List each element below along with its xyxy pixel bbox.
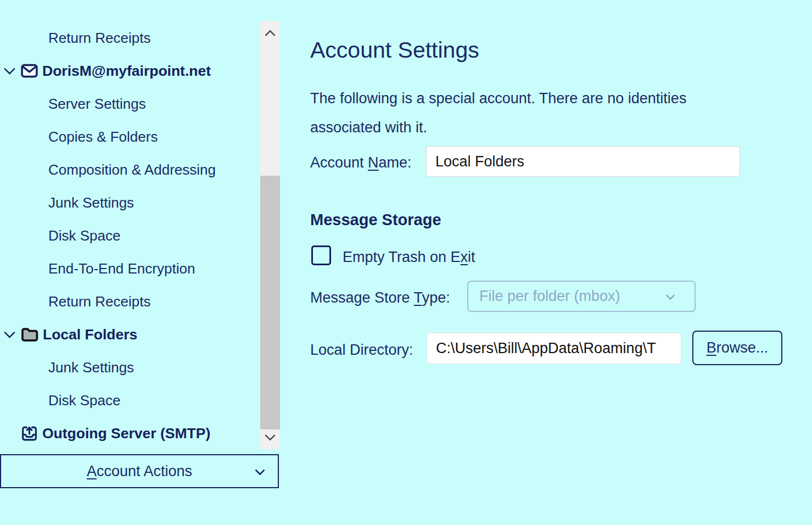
scrollbar-thumb[interactable] [260,176,280,429]
outgoing-server-icon [21,425,38,442]
sidebar-item-outgoing-server-smtp[interactable]: Outgoing Server (SMTP) [0,417,260,450]
account-actions-label: Account Actions [87,463,192,480]
mail-icon [21,64,38,78]
chevron-down-icon[interactable] [4,327,15,338]
sidebar-item-label: Disk Space [48,227,121,244]
empty-trash-checkbox[interactable] [311,245,331,265]
account-settings-panel: Account Settings The following is a spec… [280,0,812,525]
sidebar-item-label: Junk Settings [48,359,134,376]
chevron-up-icon [265,30,276,41]
sidebar-item-e2e-encryption[interactable]: End-To-End Encryption [0,252,260,285]
account-tree-sidebar: Return Receipts DorisM@myfairpoint.net S… [0,0,280,525]
sidebar-item-composition-addressing[interactable]: Composition & Addressing [0,153,260,186]
sidebar-item-return-receipts-prev[interactable]: Return Receipts [0,21,260,54]
message-store-type-select: File per folder (mbox) [467,281,696,312]
sidebar-item-disk-space[interactable]: Disk Space [0,219,260,252]
browse-button[interactable]: Browse... [692,331,782,365]
sidebar-scrollbar[interactable] [260,21,280,449]
sidebar-item-label: End-To-End Encryption [48,260,195,277]
account-tree: Return Receipts DorisM@myfairpoint.net S… [0,21,260,450]
account-name-input[interactable] [426,146,740,177]
message-store-type-label: Message Store Type: [310,289,450,306]
sidebar-item-label: Local Folders [43,326,137,343]
special-account-description-continued: associated with it. [310,119,427,136]
special-account-description: The following is a special account. Ther… [310,90,686,107]
scrollbar-down-arrow[interactable] [260,428,280,445]
sidebar-item-local-junk-settings[interactable]: Junk Settings [0,351,260,384]
account-name-label: Account Name: [310,154,412,171]
message-storage-heading: Message Storage [310,211,441,229]
sidebar-item-local-folders[interactable]: Local Folders [0,318,260,351]
sidebar-item-label: Copies & Folders [48,129,158,146]
sidebar-item-copies-folders[interactable]: Copies & Folders [0,120,260,153]
sidebar-item-server-settings[interactable]: Server Settings [0,87,260,120]
sidebar-item-label: Composition & Addressing [48,161,216,178]
page-title: Account Settings [310,37,479,63]
chevron-down-icon[interactable] [4,63,15,75]
sidebar-item-label: Return Receipts [48,30,150,47]
scrollbar-up-arrow[interactable] [260,25,280,42]
sidebar-item-label: DorisM@myfairpoint.net [42,63,211,80]
sidebar-item-return-receipts[interactable]: Return Receipts [0,285,260,318]
sidebar-item-junk-settings[interactable]: Junk Settings [0,186,260,219]
message-store-type-value: File per folder (mbox) [479,288,620,305]
account-actions-button[interactable]: Account Actions [0,454,279,488]
chevron-down-icon [265,430,276,441]
folder-icon [21,327,38,342]
chevron-down-icon [255,465,265,475]
sidebar-item-dorism-account[interactable]: DorisM@myfairpoint.net [0,54,260,87]
sidebar-item-label: Outgoing Server (SMTP) [42,425,210,442]
empty-trash-label: Empty Trash on Exit [343,248,475,266]
local-directory-label: Local Directory: [310,341,413,359]
account-settings-window: { "colors": { "background": "#c9fdfb", "… [0,0,812,525]
sidebar-item-label: Disk Space [48,392,121,409]
local-directory-input[interactable] [427,333,681,364]
sidebar-item-label: Return Receipts [48,293,150,310]
chevron-down-icon [666,291,675,300]
sidebar-item-local-disk-space[interactable]: Disk Space [0,384,260,417]
browse-button-label: Browse... [707,339,769,356]
sidebar-item-label: Junk Settings [48,194,134,211]
sidebar-item-label: Server Settings [48,96,146,113]
